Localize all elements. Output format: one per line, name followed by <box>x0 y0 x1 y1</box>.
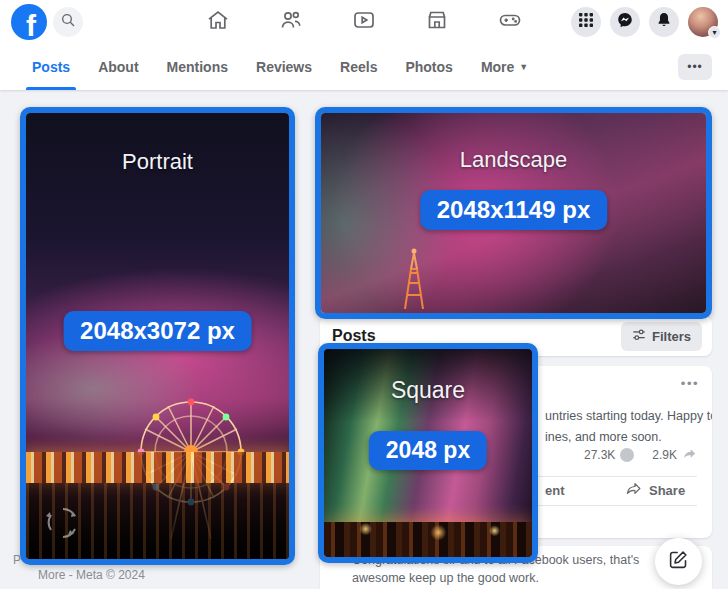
square-example-image: Square 2048 px <box>318 343 538 563</box>
nav-watch[interactable] <box>352 10 376 34</box>
shares-count: 2.9K <box>652 448 677 462</box>
gaming-icon <box>498 8 522 36</box>
ellipsis-icon: ••• <box>687 60 703 74</box>
pier-lights <box>26 452 289 483</box>
square-size-badge: 2048 px <box>369 431 487 470</box>
share-button[interactable]: Share <box>625 480 685 500</box>
tab-more[interactable]: More ▼ <box>467 44 542 90</box>
post-text: untries starting today. Happy to ines, a… <box>545 406 712 448</box>
filters-icon <box>632 328 646 345</box>
tab-posts-label: Posts <box>32 59 70 75</box>
portrait-title: Portrait <box>26 149 289 175</box>
post-menu-button[interactable]: ••• <box>681 376 699 391</box>
apps-menu-button[interactable] <box>571 7 601 37</box>
apps-grid-icon <box>578 12 594 32</box>
notifications-bell-icon <box>655 11 673 33</box>
tab-reels-label: Reels <box>340 59 377 75</box>
chevron-down-icon: ▾ <box>708 26 721 39</box>
share-button-label: Share <box>649 483 685 498</box>
nav-gaming[interactable] <box>498 10 522 34</box>
share-icon <box>625 480 642 500</box>
search-button[interactable] <box>53 7 83 37</box>
compose-post-button[interactable] <box>655 538 702 585</box>
facebook-page: f <box>0 0 728 589</box>
facebook-logo-letter: f <box>26 12 36 41</box>
post-engagement-stats[interactable]: 27.3K 2.9K <box>584 446 697 464</box>
messenger-button[interactable] <box>610 7 640 37</box>
landscape-size-badge: 2048x1149 px <box>420 190 607 230</box>
watch-icon <box>352 8 376 36</box>
nav-marketplace[interactable] <box>425 10 449 34</box>
tab-mentions[interactable]: Mentions <box>153 44 242 90</box>
watermark-logo-icon <box>44 504 82 546</box>
filters-button-label: Filters <box>652 329 691 344</box>
facebook-logo[interactable]: f <box>11 4 47 40</box>
tab-reels[interactable]: Reels <box>326 44 391 90</box>
footer-links[interactable]: More - Meta © 2024 <box>38 568 145 582</box>
tower-silhouette <box>383 239 443 313</box>
tab-photos-label: Photos <box>405 59 452 75</box>
marketplace-icon <box>425 8 449 36</box>
tab-mentions-label: Mentions <box>167 59 228 75</box>
tab-posts[interactable]: Posts <box>18 44 84 90</box>
account-button[interactable]: ▾ <box>688 7 718 37</box>
compose-icon <box>668 549 689 574</box>
reaction-emoji-icon <box>620 448 634 462</box>
ellipsis-icon: ••• <box>681 376 699 391</box>
tabs-overflow-menu-button[interactable]: ••• <box>678 54 712 80</box>
reactions-count: 27.3K <box>584 448 615 462</box>
tab-reviews[interactable]: Reviews <box>242 44 326 90</box>
post-text-line: ines, and more soon. <box>545 427 712 448</box>
nav-home[interactable] <box>206 10 230 34</box>
tab-photos[interactable]: Photos <box>391 44 466 90</box>
friends-icon <box>279 8 303 36</box>
portrait-example-image: Portrait 2048x3072 px <box>20 107 295 565</box>
landscape-example-image: Landscape 2048x1149 px <box>315 107 712 319</box>
chevron-down-icon: ▼ <box>519 62 528 72</box>
profile-tabs: Posts About Mentions Reviews Reels Photo… <box>0 44 728 90</box>
comment-button[interactable]: ent <box>545 483 565 498</box>
tab-more-label: More <box>481 59 514 75</box>
square-title: Square <box>324 377 532 404</box>
filters-button[interactable]: Filters <box>621 322 702 351</box>
share-arrow-icon <box>682 446 697 464</box>
nav-friends[interactable] <box>279 10 303 34</box>
tab-about[interactable]: About <box>84 44 152 90</box>
landscape-title: Landscape <box>321 147 706 173</box>
tab-reviews-label: Reviews <box>256 59 312 75</box>
home-icon <box>206 8 230 36</box>
notifications-button[interactable] <box>649 7 679 37</box>
top-navigation-bar: f <box>0 0 728 44</box>
search-icon <box>60 12 76 32</box>
messenger-icon <box>616 11 634 33</box>
portrait-size-badge: 2048x3072 px <box>63 311 252 351</box>
header-nav-icons <box>206 0 522 44</box>
comment-text-line: awesome keep up the good work. <box>352 569 639 587</box>
city-skyline <box>324 522 532 557</box>
post-text-line: untries starting today. Happy to <box>545 406 712 427</box>
header-right-actions: ▾ <box>571 7 718 37</box>
tab-about-label: About <box>98 59 138 75</box>
